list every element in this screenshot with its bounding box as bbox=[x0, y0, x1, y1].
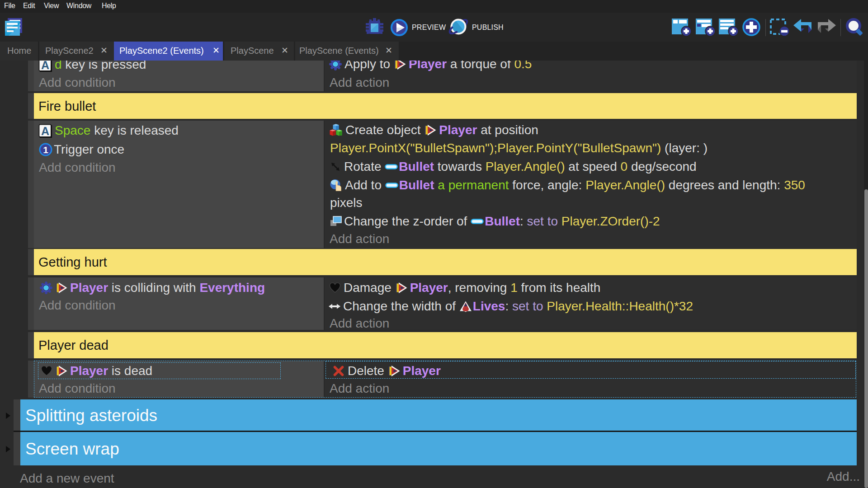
svg-text:A: A bbox=[41, 124, 49, 137]
svg-text:1: 1 bbox=[43, 145, 48, 155]
